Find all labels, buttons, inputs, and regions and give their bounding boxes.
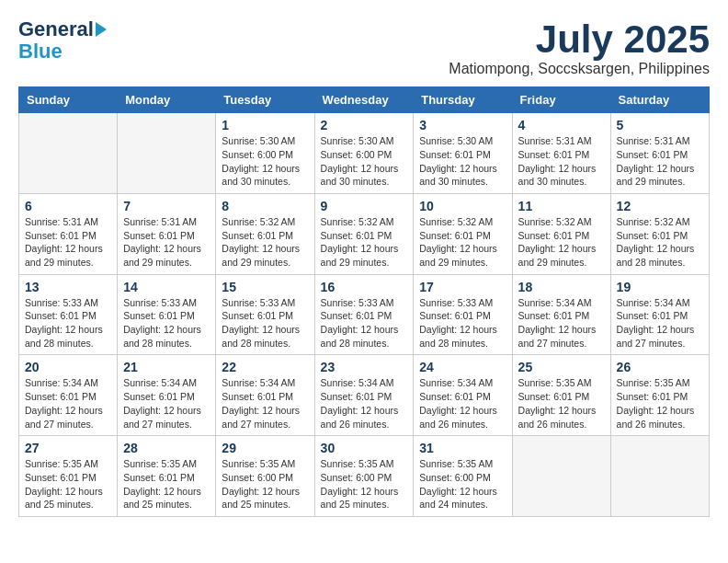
table-row bbox=[610, 436, 709, 517]
day-number: 21 bbox=[123, 360, 210, 374]
table-row: 4Sunrise: 5:31 AM Sunset: 6:01 PM Daylig… bbox=[512, 113, 610, 194]
table-row: 25Sunrise: 5:35 AM Sunset: 6:01 PM Dayli… bbox=[512, 355, 610, 436]
table-row: 7Sunrise: 5:31 AM Sunset: 6:01 PM Daylig… bbox=[118, 193, 216, 274]
day-number: 9 bbox=[321, 199, 408, 213]
day-number: 1 bbox=[222, 118, 308, 132]
table-row bbox=[512, 436, 610, 517]
table-row: 6Sunrise: 5:31 AM Sunset: 6:01 PM Daylig… bbox=[19, 193, 118, 274]
day-info: Sunrise: 5:33 AM Sunset: 6:01 PM Dayligh… bbox=[123, 296, 210, 350]
table-row: 29Sunrise: 5:35 AM Sunset: 6:00 PM Dayli… bbox=[216, 436, 314, 517]
day-info: Sunrise: 5:34 AM Sunset: 6:01 PM Dayligh… bbox=[222, 376, 308, 431]
day-number: 26 bbox=[617, 360, 703, 374]
header-thursday: Thursday bbox=[414, 87, 512, 113]
day-info: Sunrise: 5:32 AM Sunset: 6:01 PM Dayligh… bbox=[222, 215, 308, 270]
day-number: 15 bbox=[222, 280, 308, 294]
day-number: 6 bbox=[25, 199, 111, 213]
day-number: 31 bbox=[419, 441, 506, 455]
table-row: 17Sunrise: 5:33 AM Sunset: 6:01 PM Dayli… bbox=[414, 274, 512, 355]
day-info: Sunrise: 5:34 AM Sunset: 6:01 PM Dayligh… bbox=[123, 376, 210, 431]
day-info: Sunrise: 5:35 AM Sunset: 6:01 PM Dayligh… bbox=[25, 457, 111, 511]
day-number: 25 bbox=[518, 360, 605, 374]
day-info: Sunrise: 5:31 AM Sunset: 6:01 PM Dayligh… bbox=[123, 215, 210, 270]
location-title: Matiompong, Soccsksargen, Philippines bbox=[449, 61, 710, 77]
header-sunday: Sunday bbox=[19, 87, 118, 113]
day-info: Sunrise: 5:34 AM Sunset: 6:01 PM Dayligh… bbox=[25, 376, 111, 431]
logo-text-blue: Blue bbox=[18, 40, 63, 63]
day-info: Sunrise: 5:33 AM Sunset: 6:01 PM Dayligh… bbox=[222, 296, 308, 350]
day-number: 18 bbox=[518, 280, 605, 294]
table-row: 22Sunrise: 5:34 AM Sunset: 6:01 PM Dayli… bbox=[216, 355, 314, 436]
calendar-week-row: 20Sunrise: 5:34 AM Sunset: 6:01 PM Dayli… bbox=[19, 355, 710, 436]
day-info: Sunrise: 5:30 AM Sunset: 6:00 PM Dayligh… bbox=[321, 134, 408, 189]
table-row: 3Sunrise: 5:30 AM Sunset: 6:01 PM Daylig… bbox=[414, 113, 512, 194]
header-tuesday: Tuesday bbox=[216, 87, 314, 113]
calendar-week-row: 6Sunrise: 5:31 AM Sunset: 6:01 PM Daylig… bbox=[19, 193, 710, 274]
day-number: 29 bbox=[222, 441, 308, 455]
day-number: 11 bbox=[518, 199, 605, 213]
day-info: Sunrise: 5:35 AM Sunset: 6:00 PM Dayligh… bbox=[321, 457, 408, 511]
table-row: 23Sunrise: 5:34 AM Sunset: 6:01 PM Dayli… bbox=[314, 355, 414, 436]
table-row: 18Sunrise: 5:34 AM Sunset: 6:01 PM Dayli… bbox=[512, 274, 610, 355]
day-info: Sunrise: 5:35 AM Sunset: 6:01 PM Dayligh… bbox=[123, 457, 210, 511]
table-row: 24Sunrise: 5:34 AM Sunset: 6:01 PM Dayli… bbox=[414, 355, 512, 436]
table-row: 2Sunrise: 5:30 AM Sunset: 6:00 PM Daylig… bbox=[314, 113, 414, 194]
header-saturday: Saturday bbox=[610, 87, 709, 113]
day-info: Sunrise: 5:34 AM Sunset: 6:01 PM Dayligh… bbox=[419, 376, 506, 431]
day-number: 2 bbox=[321, 118, 408, 132]
table-row: 5Sunrise: 5:31 AM Sunset: 6:01 PM Daylig… bbox=[610, 113, 709, 194]
table-row: 27Sunrise: 5:35 AM Sunset: 6:01 PM Dayli… bbox=[19, 436, 118, 517]
table-row: 10Sunrise: 5:32 AM Sunset: 6:01 PM Dayli… bbox=[414, 193, 512, 274]
day-info: Sunrise: 5:34 AM Sunset: 6:01 PM Dayligh… bbox=[321, 376, 408, 431]
calendar-week-row: 1Sunrise: 5:30 AM Sunset: 6:00 PM Daylig… bbox=[19, 113, 710, 194]
calendar-week-row: 27Sunrise: 5:35 AM Sunset: 6:01 PM Dayli… bbox=[19, 436, 710, 517]
table-row: 15Sunrise: 5:33 AM Sunset: 6:01 PM Dayli… bbox=[216, 274, 314, 355]
day-info: Sunrise: 5:35 AM Sunset: 6:00 PM Dayligh… bbox=[222, 457, 308, 511]
day-number: 28 bbox=[123, 441, 210, 455]
day-number: 22 bbox=[222, 360, 308, 374]
logo-text-general: General bbox=[18, 18, 94, 40]
table-row bbox=[118, 113, 216, 194]
day-info: Sunrise: 5:33 AM Sunset: 6:01 PM Dayligh… bbox=[321, 296, 408, 350]
table-row: 16Sunrise: 5:33 AM Sunset: 6:01 PM Dayli… bbox=[314, 274, 414, 355]
day-info: Sunrise: 5:30 AM Sunset: 6:01 PM Dayligh… bbox=[419, 134, 506, 189]
day-number: 4 bbox=[518, 118, 605, 132]
day-number: 10 bbox=[419, 199, 506, 213]
day-number: 30 bbox=[321, 441, 408, 455]
logo-arrow-icon bbox=[96, 22, 107, 37]
day-number: 12 bbox=[617, 199, 703, 213]
day-info: Sunrise: 5:33 AM Sunset: 6:01 PM Dayligh… bbox=[25, 296, 111, 350]
month-title: July 2025 bbox=[449, 18, 710, 61]
logo: General Blue bbox=[18, 18, 107, 63]
table-row: 11Sunrise: 5:32 AM Sunset: 6:01 PM Dayli… bbox=[512, 193, 610, 274]
header-monday: Monday bbox=[118, 87, 216, 113]
day-info: Sunrise: 5:33 AM Sunset: 6:01 PM Dayligh… bbox=[419, 296, 506, 350]
day-info: Sunrise: 5:35 AM Sunset: 6:01 PM Dayligh… bbox=[518, 376, 605, 431]
day-number: 17 bbox=[419, 280, 506, 294]
day-info: Sunrise: 5:32 AM Sunset: 6:01 PM Dayligh… bbox=[321, 215, 408, 270]
day-info: Sunrise: 5:32 AM Sunset: 6:01 PM Dayligh… bbox=[617, 215, 703, 270]
day-info: Sunrise: 5:35 AM Sunset: 6:00 PM Dayligh… bbox=[419, 457, 506, 511]
table-row: 12Sunrise: 5:32 AM Sunset: 6:01 PM Dayli… bbox=[610, 193, 709, 274]
table-row: 1Sunrise: 5:30 AM Sunset: 6:00 PM Daylig… bbox=[216, 113, 314, 194]
day-number: 19 bbox=[617, 280, 703, 294]
table-row: 13Sunrise: 5:33 AM Sunset: 6:01 PM Dayli… bbox=[19, 274, 118, 355]
day-number: 14 bbox=[123, 280, 210, 294]
header-friday: Friday bbox=[512, 87, 610, 113]
table-row: 20Sunrise: 5:34 AM Sunset: 6:01 PM Dayli… bbox=[19, 355, 118, 436]
day-info: Sunrise: 5:31 AM Sunset: 6:01 PM Dayligh… bbox=[518, 134, 605, 189]
table-row: 28Sunrise: 5:35 AM Sunset: 6:01 PM Dayli… bbox=[118, 436, 216, 517]
day-info: Sunrise: 5:34 AM Sunset: 6:01 PM Dayligh… bbox=[617, 296, 703, 350]
table-row: 8Sunrise: 5:32 AM Sunset: 6:01 PM Daylig… bbox=[216, 193, 314, 274]
title-section: July 2025 Matiompong, Soccsksargen, Phil… bbox=[449, 18, 710, 77]
day-number: 7 bbox=[123, 199, 210, 213]
day-info: Sunrise: 5:34 AM Sunset: 6:01 PM Dayligh… bbox=[518, 296, 605, 350]
table-row: 9Sunrise: 5:32 AM Sunset: 6:01 PM Daylig… bbox=[314, 193, 414, 274]
table-row: 31Sunrise: 5:35 AM Sunset: 6:00 PM Dayli… bbox=[414, 436, 512, 517]
header-wednesday: Wednesday bbox=[314, 87, 414, 113]
day-number: 24 bbox=[419, 360, 506, 374]
weekday-header-row: Sunday Monday Tuesday Wednesday Thursday… bbox=[19, 87, 710, 113]
table-row: 21Sunrise: 5:34 AM Sunset: 6:01 PM Dayli… bbox=[118, 355, 216, 436]
calendar-table: Sunday Monday Tuesday Wednesday Thursday… bbox=[18, 86, 710, 517]
calendar-week-row: 13Sunrise: 5:33 AM Sunset: 6:01 PM Dayli… bbox=[19, 274, 710, 355]
day-number: 16 bbox=[321, 280, 408, 294]
